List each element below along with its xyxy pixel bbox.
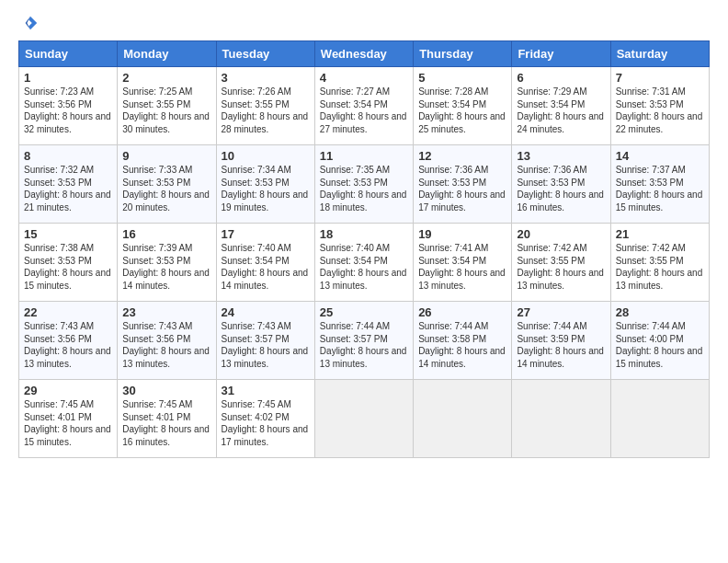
header <box>18 15 710 31</box>
calendar-cell: 7Sunrise: 7:31 AM Sunset: 3:53 PM Daylig… <box>610 67 709 145</box>
calendar-cell: 26Sunrise: 7:44 AM Sunset: 3:58 PM Dayli… <box>414 302 512 380</box>
day-number: 13 <box>517 149 605 163</box>
cell-details: Sunrise: 7:40 AM Sunset: 3:54 PM Dayligh… <box>320 243 407 291</box>
cell-details: Sunrise: 7:34 AM Sunset: 3:53 PM Dayligh… <box>222 165 309 213</box>
cell-details: Sunrise: 7:43 AM Sunset: 3:57 PM Dayligh… <box>222 321 309 369</box>
calendar-cell: 23Sunrise: 7:43 AM Sunset: 3:56 PM Dayli… <box>118 302 216 380</box>
cell-details: Sunrise: 7:43 AM Sunset: 3:56 PM Dayligh… <box>122 321 210 369</box>
cell-details: Sunrise: 7:41 AM Sunset: 3:54 PM Dayligh… <box>418 243 506 291</box>
calendar-cell: 17Sunrise: 7:40 AM Sunset: 3:54 PM Dayli… <box>216 224 314 302</box>
calendar-table: SundayMondayTuesdayWednesdayThursdayFrid… <box>18 40 710 458</box>
day-number: 4 <box>320 71 408 85</box>
day-number: 19 <box>418 227 506 241</box>
calendar-cell: 15Sunrise: 7:38 AM Sunset: 3:53 PM Dayli… <box>19 224 118 302</box>
cell-details: Sunrise: 7:28 AM Sunset: 3:54 PM Dayligh… <box>418 86 506 134</box>
calendar-cell: 19Sunrise: 7:41 AM Sunset: 3:54 PM Dayli… <box>414 224 512 302</box>
day-number: 30 <box>122 384 210 397</box>
day-number: 9 <box>122 149 210 163</box>
day-number: 10 <box>222 149 310 163</box>
calendar-cell: 5Sunrise: 7:28 AM Sunset: 3:54 PM Daylig… <box>414 67 512 145</box>
cell-details: Sunrise: 7:45 AM Sunset: 4:02 PM Dayligh… <box>222 399 309 447</box>
calendar-cell <box>414 380 512 458</box>
calendar-cell: 8Sunrise: 7:32 AM Sunset: 3:53 PM Daylig… <box>19 145 118 224</box>
cell-details: Sunrise: 7:36 AM Sunset: 3:53 PM Dayligh… <box>418 165 506 213</box>
calendar-cell <box>610 380 709 458</box>
day-number: 12 <box>418 149 506 163</box>
col-header-saturday: Saturday <box>610 41 709 67</box>
calendar-cell: 4Sunrise: 7:27 AM Sunset: 3:54 PM Daylig… <box>314 67 413 145</box>
day-number: 11 <box>320 149 408 163</box>
calendar-cell: 11Sunrise: 7:35 AM Sunset: 3:53 PM Dayli… <box>314 145 413 224</box>
day-number: 17 <box>222 227 310 241</box>
cell-details: Sunrise: 7:45 AM Sunset: 4:01 PM Dayligh… <box>24 399 111 447</box>
cell-details: Sunrise: 7:45 AM Sunset: 4:01 PM Dayligh… <box>122 399 210 447</box>
calendar-cell: 13Sunrise: 7:36 AM Sunset: 3:53 PM Dayli… <box>512 145 610 224</box>
calendar-cell: 25Sunrise: 7:44 AM Sunset: 3:57 PM Dayli… <box>314 302 413 380</box>
col-header-thursday: Thursday <box>414 41 512 67</box>
cell-details: Sunrise: 7:25 AM Sunset: 3:55 PM Dayligh… <box>122 86 210 134</box>
day-number: 28 <box>616 305 704 319</box>
cell-details: Sunrise: 7:44 AM Sunset: 3:59 PM Dayligh… <box>517 321 604 369</box>
calendar-week-1: 1Sunrise: 7:23 AM Sunset: 3:56 PM Daylig… <box>19 67 710 145</box>
cell-details: Sunrise: 7:39 AM Sunset: 3:53 PM Dayligh… <box>122 243 210 291</box>
calendar-cell: 27Sunrise: 7:44 AM Sunset: 3:59 PM Dayli… <box>512 302 610 380</box>
day-number: 7 <box>616 71 704 85</box>
cell-details: Sunrise: 7:32 AM Sunset: 3:53 PM Dayligh… <box>24 165 111 213</box>
calendar-cell: 9Sunrise: 7:33 AM Sunset: 3:53 PM Daylig… <box>118 145 216 224</box>
calendar-cell: 31Sunrise: 7:45 AM Sunset: 4:02 PM Dayli… <box>216 380 314 458</box>
day-number: 5 <box>418 71 506 85</box>
day-number: 3 <box>222 71 310 85</box>
col-header-monday: Monday <box>118 41 216 67</box>
cell-details: Sunrise: 7:44 AM Sunset: 4:00 PM Dayligh… <box>616 321 703 369</box>
day-number: 21 <box>616 227 704 241</box>
day-number: 26 <box>418 305 506 319</box>
cell-details: Sunrise: 7:42 AM Sunset: 3:55 PM Dayligh… <box>616 243 703 291</box>
day-number: 1 <box>24 71 112 85</box>
day-number: 31 <box>222 384 310 397</box>
calendar-cell: 30Sunrise: 7:45 AM Sunset: 4:01 PM Dayli… <box>118 380 216 458</box>
day-number: 16 <box>122 227 210 241</box>
calendar-cell: 28Sunrise: 7:44 AM Sunset: 4:00 PM Dayli… <box>610 302 709 380</box>
cell-details: Sunrise: 7:38 AM Sunset: 3:53 PM Dayligh… <box>24 243 111 291</box>
svg-marker-0 <box>28 17 37 29</box>
day-number: 24 <box>222 305 310 319</box>
cell-details: Sunrise: 7:29 AM Sunset: 3:54 PM Dayligh… <box>517 86 604 134</box>
col-header-sunday: Sunday <box>19 41 118 67</box>
day-number: 25 <box>320 305 408 319</box>
calendar-week-3: 15Sunrise: 7:38 AM Sunset: 3:53 PM Dayli… <box>19 224 710 302</box>
logo-icon <box>22 15 39 31</box>
day-number: 20 <box>517 227 605 241</box>
day-number: 18 <box>320 227 408 241</box>
calendar-cell: 6Sunrise: 7:29 AM Sunset: 3:54 PM Daylig… <box>512 67 610 145</box>
calendar-cell: 18Sunrise: 7:40 AM Sunset: 3:54 PM Dayli… <box>314 224 413 302</box>
calendar-week-5: 29Sunrise: 7:45 AM Sunset: 4:01 PM Dayli… <box>19 380 710 458</box>
calendar-cell: 22Sunrise: 7:43 AM Sunset: 3:56 PM Dayli… <box>19 302 118 380</box>
calendar-cell: 29Sunrise: 7:45 AM Sunset: 4:01 PM Dayli… <box>19 380 118 458</box>
col-header-friday: Friday <box>512 41 610 67</box>
day-number: 6 <box>517 71 605 85</box>
calendar-week-4: 22Sunrise: 7:43 AM Sunset: 3:56 PM Dayli… <box>19 302 710 380</box>
col-header-tuesday: Tuesday <box>216 41 314 67</box>
calendar-cell: 1Sunrise: 7:23 AM Sunset: 3:56 PM Daylig… <box>19 67 118 145</box>
day-number: 14 <box>616 149 704 163</box>
cell-details: Sunrise: 7:44 AM Sunset: 3:58 PM Dayligh… <box>418 321 506 369</box>
cell-details: Sunrise: 7:27 AM Sunset: 3:54 PM Dayligh… <box>320 86 407 134</box>
cell-details: Sunrise: 7:42 AM Sunset: 3:55 PM Dayligh… <box>517 243 604 291</box>
cell-details: Sunrise: 7:31 AM Sunset: 3:53 PM Dayligh… <box>616 86 703 134</box>
calendar-cell <box>512 380 610 458</box>
day-number: 27 <box>517 305 605 319</box>
cell-details: Sunrise: 7:36 AM Sunset: 3:53 PM Dayligh… <box>517 165 604 213</box>
calendar-cell: 10Sunrise: 7:34 AM Sunset: 3:53 PM Dayli… <box>216 145 314 224</box>
day-number: 15 <box>24 227 112 241</box>
day-number: 23 <box>122 305 210 319</box>
day-number: 2 <box>122 71 210 85</box>
col-header-wednesday: Wednesday <box>314 41 413 67</box>
calendar-cell <box>314 380 413 458</box>
calendar-cell: 14Sunrise: 7:37 AM Sunset: 3:53 PM Dayli… <box>610 145 709 224</box>
logo <box>18 15 40 31</box>
cell-details: Sunrise: 7:26 AM Sunset: 3:55 PM Dayligh… <box>222 86 309 134</box>
cell-details: Sunrise: 7:33 AM Sunset: 3:53 PM Dayligh… <box>122 165 210 213</box>
cell-details: Sunrise: 7:35 AM Sunset: 3:53 PM Dayligh… <box>320 165 407 213</box>
calendar-page: SundayMondayTuesdayWednesdayThursdayFrid… <box>0 0 728 563</box>
day-number: 22 <box>24 305 112 319</box>
